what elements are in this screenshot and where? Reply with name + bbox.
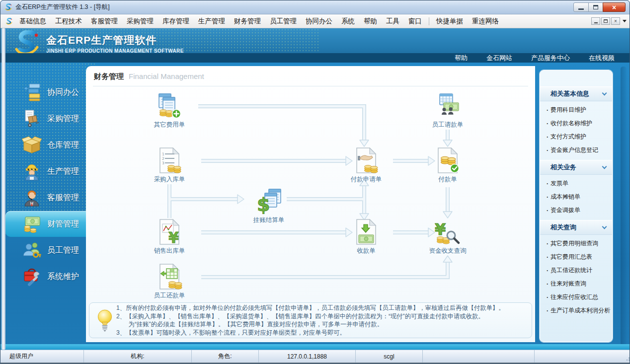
related-link[interactable]: ·发票单 [540,177,612,190]
minimize-icon [578,8,584,10]
related-link[interactable]: ·资金账户信息登记 [540,144,612,157]
sales-outbound-icon: ¥ [157,219,182,245]
menu-logo-icon [5,18,13,25]
flow-node-sales-outbound[interactable]: ¥ 销售出库单 [140,219,199,255]
flow-node-fund-io-query[interactable]: ¥ 资金收支查询 [418,219,477,255]
related-link[interactable]: ·员工借还款统计 [540,264,612,277]
mdi-restore-button[interactable] [601,17,610,25]
menu-item[interactable]: 工具 [382,15,404,28]
credit-settlement-icon: $ [256,188,282,214]
bullet-dot: · [547,134,549,141]
flow-node-payment[interactable]: 付款单 [418,147,477,184]
bullet-dot: · [547,267,549,274]
related-link[interactable]: ·其它费用明细查询 [540,237,612,250]
fund-io-query-icon: ¥ [435,219,461,245]
menu-item[interactable]: 协同办公 [301,15,337,28]
header-link[interactable]: 帮助 [455,54,468,63]
payment-icon [435,147,461,173]
status-server-address: 127.0.0.1,1888 [259,350,356,363]
mdi-minimize-icon [594,22,598,23]
mdi-close-button[interactable]: × [611,17,620,25]
title-bar[interactable]: 金石ERP生产管理软件 1.3 - [导航] × [0,0,630,14]
flow-node-label: 挂账结算单 [239,216,299,224]
mdi-minimize-button[interactable] [591,17,600,25]
chevron-down-icon [602,164,607,169]
flow-node-employee-payment-request[interactable]: 员工请款单 [418,93,477,129]
sidebar-item-customer-service[interactable]: 客服管理 [0,185,86,211]
flow-node-other-expense[interactable]: 其它费用单 [140,93,199,129]
related-link[interactable]: ·支付方式维护 [540,130,612,144]
customer-service-icon [20,188,43,208]
bullet-dot: · [547,120,549,127]
toolbar-options-caret-icon[interactable] [623,20,627,22]
sidebar-item-warehouse[interactable]: 仓库管理 [0,132,86,158]
related-link[interactable]: ·成本摊销单 [540,190,612,204]
menu-item[interactable]: 系统 [337,15,359,28]
menu-bar: 基础信息工程技术客服管理采购管理库存管理生产管理财务管理员工管理协同办公系统帮助… [0,14,630,28]
header-link[interactable]: 在线视频 [589,54,615,63]
related-link-label: 资金账户信息登记 [551,146,598,154]
bullet-dot: · [547,207,549,214]
related-link[interactable]: ·其它费用汇总表 [540,250,612,264]
sidebar-item-label: 采购管理 [47,114,79,124]
production-icon [20,161,43,181]
menu-item[interactable]: 窗口 [404,15,426,28]
sidebar-item-production[interactable]: 生产管理 [0,158,86,184]
related-link[interactable]: ·资金调拨单 [540,204,612,217]
header-link[interactable]: 产品服务中心 [531,54,570,63]
left-splitter-handle[interactable] [1,28,5,350]
status-user: 超级用户 [0,350,84,363]
close-button[interactable]: × [603,2,626,12]
menu-item[interactable]: 库存管理 [158,15,194,28]
flow-node-receipt[interactable]: 收款单 [336,219,396,255]
related-link[interactable]: ·生产订单成本利润分析 [540,304,612,317]
menu-item[interactable]: 客服管理 [86,15,122,28]
menu-item[interactable]: 财务管理 [230,15,265,28]
related-link-label: 收付款名称维护 [551,119,592,128]
section-header-basic-info[interactable]: 相关基本信息 [540,86,612,101]
menu-item[interactable]: 工程技术 [51,15,86,28]
section-list-query: ·其它费用明细查询·其它费用汇总表·员工借还款统计·往来对账查询·往来应付应收汇… [540,235,612,320]
menu-item[interactable]: 重连网络 [468,15,503,28]
related-link-label: 员工借还款统计 [551,266,592,275]
brand-name-en: JINSHI ERP PRODUCTION MANAGEMENT SOFTWAR… [46,48,184,54]
menu-item[interactable]: 采购管理 [122,15,158,28]
related-link-label: 发票单 [551,179,568,188]
flow-node-payment-application[interactable]: 付款申请单 [336,147,396,184]
menu-item[interactable]: 帮助 [359,15,382,28]
brand-logo-icon [13,30,41,56]
restore-button[interactable] [588,2,603,12]
flow-node-purchase-inbound[interactable]: 123 采购入库单 [140,147,199,184]
menu-item[interactable]: 基础信息 [15,15,51,28]
restore-icon [593,5,598,9]
related-link[interactable]: ·往来对账查询 [540,277,612,291]
flow-node-credit-settlement[interactable]: $ 挂账结算单 [239,188,299,224]
note-line: 2、【采购入库单】、【销售出库单】、【采购退货单】、【销售退库单】四个单据中的付… [116,312,527,321]
notes-box: 1、所有的付款必须有申请，如对外单位的付款必须先填写【付款申请单】，员工借款必须… [89,302,532,338]
brand-name-cn: 金石ERP生产管理软件 [46,33,184,47]
related-link-label: 费用科目维护 [551,106,586,114]
menu-item[interactable]: 生产管理 [194,15,230,28]
sidebar-item-system-maintenance[interactable]: 系统维护 [0,264,86,290]
related-link[interactable]: ·往来应付应收汇总 [540,291,612,304]
note-line: 为“挂账”的必须走【挂账结算单】。【其它费用单】直接对应付款申请，可多单一并申请… [116,320,527,329]
sidebar-item-collaboration[interactable]: 协同办公 [0,79,86,105]
svg-text:1: 1 [162,152,164,156]
related-link[interactable]: ·收付款名称维护 [540,117,612,130]
section-header-business[interactable]: 相关业务 [540,160,612,175]
sidebar-item-finance[interactable]: 财管管理 [5,211,86,237]
section-list-business: ·发票单·成本摊销单·资金调拨单 [540,175,612,220]
menu-item[interactable]: 员工管理 [265,15,301,28]
minimize-button[interactable] [573,2,589,12]
sidebar-item-employee[interactable]: 员工管理 [0,237,86,263]
flow-node-employee-repayment[interactable]: 员工还款单 [140,264,199,300]
flow-node-label: 付款单 [418,175,477,184]
section-header-query[interactable]: 相关查询 [540,220,612,235]
menu-item[interactable]: 快捷单据 [432,15,468,28]
resize-grip[interactable] [627,360,628,361]
header-link[interactable]: 金石网站 [486,54,512,63]
status-organization: 机构: [84,350,192,363]
svg-text:$: $ [257,194,270,214]
sidebar-item-purchasing[interactable]: 采购管理 [0,106,86,132]
related-link[interactable]: ·费用科目维护 [540,103,612,117]
